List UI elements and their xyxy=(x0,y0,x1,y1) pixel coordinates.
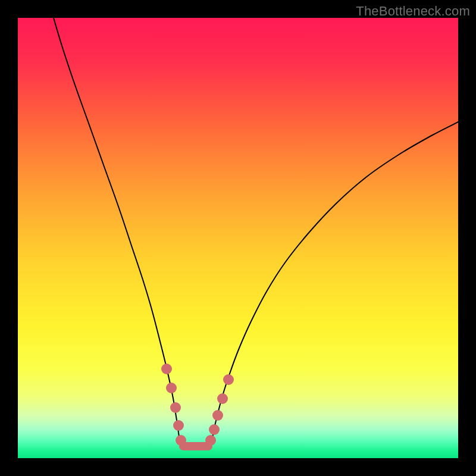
data-dot xyxy=(170,402,181,413)
gradient-background xyxy=(18,18,458,458)
data-dot xyxy=(166,383,177,393)
watermark-label: TheBottleneck.com xyxy=(356,4,470,19)
data-dot xyxy=(173,420,184,431)
data-dot xyxy=(223,374,234,385)
chart-stage: TheBottleneck.com xyxy=(0,0,476,476)
data-dot xyxy=(217,393,228,404)
data-dot xyxy=(209,424,220,435)
data-dot xyxy=(161,364,172,374)
data-dot xyxy=(212,410,223,421)
chart-svg xyxy=(18,18,458,458)
plot-area xyxy=(18,18,458,458)
